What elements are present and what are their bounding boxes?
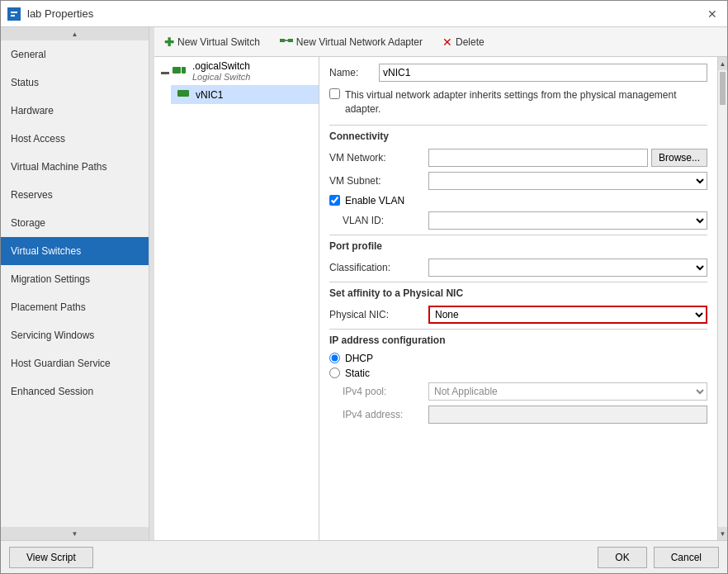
classification-row: Classification:: [329, 259, 707, 277]
toolbar: ✚ New Virtual Switch New Virtual Network…: [154, 27, 727, 57]
classification-select[interactable]: [428, 259, 707, 277]
sidebar-item-migration[interactable]: Migration Settings: [1, 265, 149, 293]
title-bar-left: lab Properties: [7, 7, 93, 21]
svg-rect-3: [280, 39, 285, 42]
tree-panel: ▬ .ogicalSwitch Logical Switch: [154, 57, 319, 540]
sidebar-item-hardware[interactable]: Hardware: [1, 97, 149, 125]
vm-network-label: VM Network:: [329, 152, 428, 164]
browse-button[interactable]: Browse...: [651, 149, 707, 167]
logical-switch-item[interactable]: ▬ .ogicalSwitch Logical Switch: [154, 57, 319, 85]
ipv4-address-label: IPv4 address:: [329, 409, 428, 420]
sidebar-items: General Status Hardware Host Access Virt…: [1, 40, 149, 527]
properties-window: lab Properties ✕ ▲ General Status Hardwa…: [0, 0, 728, 574]
vnic1-label: vNIC1: [196, 89, 223, 101]
dhcp-row: DHCP: [329, 353, 707, 364]
sidebar-item-general[interactable]: General: [1, 40, 149, 69]
sidebar-item-vm-paths[interactable]: Virtual Machine Paths: [1, 153, 149, 181]
sidebar: ▲ General Status Hardware Host Access Vi…: [1, 27, 149, 540]
network-icon: [280, 36, 293, 48]
dhcp-label: DHCP: [345, 353, 373, 364]
svg-rect-0: [9, 9, 19, 19]
svg-rect-6: [173, 67, 181, 74]
enable-vlan-label: Enable VLAN: [345, 195, 404, 206]
logical-switch-name: .ogicalSwitch: [192, 60, 250, 72]
static-row: Static: [329, 368, 707, 379]
vnic1-icon: [177, 88, 189, 101]
svg-rect-2: [11, 15, 15, 17]
app-icon: [7, 7, 21, 21]
delete-label: Delete: [456, 36, 485, 48]
svg-rect-8: [177, 90, 189, 97]
sidebar-item-reserves[interactable]: Reserves: [1, 181, 149, 209]
separator-1: [329, 125, 707, 126]
sidebar-item-host-access[interactable]: Host Access: [1, 125, 149, 153]
name-input[interactable]: [379, 64, 707, 82]
sidebar-item-status[interactable]: Status: [1, 69, 149, 97]
ok-button[interactable]: OK: [598, 547, 646, 568]
ipv4-address-row: IPv4 address:: [329, 406, 707, 424]
static-label: Static: [345, 368, 370, 379]
ipv4-pool-select[interactable]: Not Applicable: [428, 382, 707, 401]
logical-switch-icon: [173, 65, 186, 78]
port-profile-header: Port profile: [329, 240, 707, 252]
physical-nic-label: Physical NIC:: [329, 309, 428, 320]
new-virtual-switch-label: New Virtual Switch: [177, 36, 260, 48]
ipv4-address-input[interactable]: [428, 406, 707, 424]
scroll-down-btn[interactable]: ▼: [718, 527, 727, 540]
props-scrollbar[interactable]: ▲ ▼: [717, 57, 727, 540]
collapse-icon: ▬: [161, 67, 169, 76]
sidebar-item-servicing[interactable]: Servicing Windows: [1, 321, 149, 349]
physical-nic-select[interactable]: None: [428, 306, 707, 324]
separator-2: [329, 235, 707, 235]
sidebar-item-host-guardian[interactable]: Host Guardian Service: [1, 349, 149, 377]
scroll-track: [718, 70, 727, 527]
scroll-thumb[interactable]: [720, 72, 726, 105]
inherit-text: This virtual network adapter inherits se…: [345, 88, 707, 116]
connectivity-header: Connectivity: [329, 130, 707, 142]
ipv4-pool-label: IPv4 pool:: [329, 386, 428, 397]
delete-icon: ✕: [442, 36, 452, 49]
inherit-checkbox[interactable]: [329, 88, 340, 99]
footer-right: OK Cancel: [598, 547, 719, 568]
ip-config-header: IP address configuration: [329, 334, 707, 346]
main-panel: ✚ New Virtual Switch New Virtual Network…: [154, 27, 727, 540]
physical-nic-row: Physical NIC: None: [329, 306, 707, 324]
sidebar-scroll-down[interactable]: ▼: [1, 527, 149, 540]
vnic1-item[interactable]: vNIC1: [171, 85, 319, 104]
content-area: ▲ General Status Hardware Host Access Vi…: [1, 27, 727, 540]
static-radio[interactable]: [329, 368, 340, 378]
vm-network-input[interactable]: [428, 149, 648, 167]
new-network-adapter-button[interactable]: New Virtual Network Adapter: [277, 34, 426, 50]
close-button[interactable]: ✕: [704, 6, 721, 22]
footer: View Script OK Cancel: [1, 540, 727, 573]
separator-4: [329, 329, 707, 330]
enable-vlan-checkbox[interactable]: [329, 195, 340, 206]
vlan-id-label: VLAN ID:: [329, 215, 428, 226]
scroll-up-btn[interactable]: ▲: [718, 57, 727, 70]
dhcp-radio[interactable]: [329, 353, 340, 363]
vlan-id-row: VLAN ID:: [329, 211, 707, 230]
new-network-adapter-label: New Virtual Network Adapter: [296, 36, 423, 48]
sidebar-item-virtual-switches[interactable]: Virtual Switches: [1, 237, 149, 265]
svg-rect-4: [288, 39, 293, 42]
sidebar-item-storage[interactable]: Storage: [1, 209, 149, 237]
delete-button[interactable]: ✕ Delete: [439, 34, 488, 50]
inherit-row: This virtual network adapter inherits se…: [329, 88, 707, 116]
cancel-button[interactable]: Cancel: [654, 547, 719, 568]
vm-subnet-select[interactable]: [428, 172, 707, 190]
view-script-button[interactable]: View Script: [9, 547, 93, 568]
vm-network-row: VM Network: Browse...: [329, 149, 707, 167]
plus-icon: ✚: [164, 36, 174, 49]
new-virtual-switch-button[interactable]: ✚ New Virtual Switch: [161, 34, 263, 50]
sidebar-item-placement[interactable]: Placement Paths: [1, 293, 149, 321]
name-label: Name:: [329, 67, 379, 78]
vm-subnet-row: VM Subnet:: [329, 172, 707, 190]
window-title: lab Properties: [27, 7, 93, 20]
enable-vlan-row: Enable VLAN: [329, 195, 707, 206]
ipv4-pool-row: IPv4 pool: Not Applicable: [329, 382, 707, 401]
sidebar-item-enhanced-session[interactable]: Enhanced Session: [1, 377, 149, 406]
properties-panel: Name: This virtual network adapter inher…: [319, 57, 717, 540]
vlan-id-select[interactable]: [428, 211, 707, 230]
sidebar-scroll-up[interactable]: ▲: [1, 27, 149, 40]
split-area: ▬ .ogicalSwitch Logical Switch: [154, 57, 727, 540]
